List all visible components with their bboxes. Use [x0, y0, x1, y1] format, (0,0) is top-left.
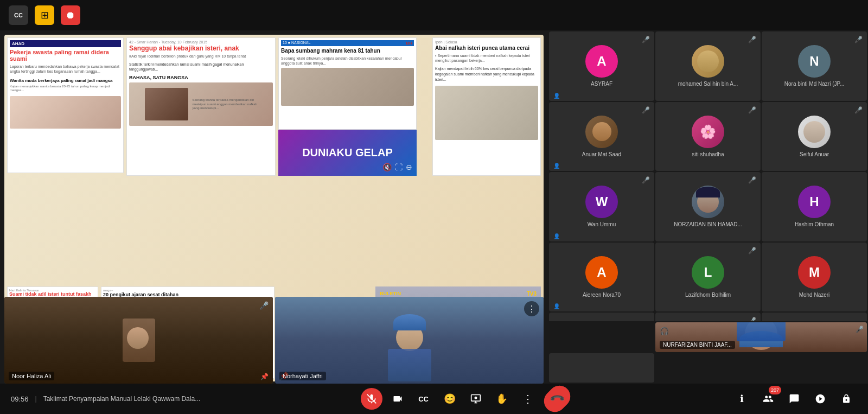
- seiful-avatar: [798, 116, 831, 148]
- lazifdhom-mic-icon: 🎤: [748, 247, 756, 254]
- nora-name: Nora binti Md Nazri (JP...: [782, 81, 846, 87]
- participant-tile-lazifdhom: L Lazifdhom Bolhilim 🎤: [655, 243, 761, 312]
- time-separator: |: [35, 395, 37, 403]
- more-button[interactable]: ⋮: [517, 388, 539, 410]
- nurfarizan-name: NURFARIZAN BINTI JAAF...: [660, 341, 735, 349]
- abai-title: Abai nafkah isteri punca utama cerai: [435, 45, 538, 52]
- anuar-avatar: [585, 116, 618, 148]
- people-button-wrap: 207: [757, 388, 779, 410]
- mohd-nazeri-avatar: M: [798, 256, 831, 289]
- slide-bapa-block: 10 ■ NASIONAL BH Bapa sumbang mahram ken…: [278, 37, 417, 130]
- participant-tile-mohd-nazeri: M Mohd Nazeri: [762, 243, 867, 312]
- norhayati-name: Norhayati Jaffri: [279, 372, 326, 380]
- participant-panel-bottom: 🎧 🎤 NURFARIZAN BINTI JAAF...: [548, 321, 868, 384]
- participant-tile-norzaidan: NORZAIDAN BIN HAMAD... 🎤: [655, 172, 761, 241]
- anuar-name: Anuar Mat Saad: [580, 151, 623, 157]
- siti-avatar: 🌸: [692, 116, 724, 148]
- main-area: AHAD Pekerja swasta paling ramai didera …: [0, 30, 548, 414]
- nora-mic-icon: 🎤: [854, 36, 863, 43]
- video-button[interactable]: [387, 388, 409, 410]
- aiereen-name: Aiereen Nora70: [580, 292, 623, 298]
- bapa-title: Bapa sumbang mahram kena 81 tahun: [281, 48, 414, 54]
- mic-mute-button[interactable]: [361, 388, 382, 410]
- aiereen-avatar: A: [585, 256, 618, 289]
- participant-tile-wan-ummu: W Wan Ummu 🎤 👤: [549, 172, 654, 241]
- noor-haliza-pin-icon: 📌: [260, 373, 269, 380]
- activities-button[interactable]: [809, 388, 831, 410]
- video-tile-norhayati: ⋮ 📌 Norhayati Jaffri: [275, 297, 544, 384]
- aiereen-person-icon: 👤: [553, 303, 560, 309]
- asyraf-mic-icon: 🎤: [642, 36, 650, 43]
- chat-button[interactable]: [783, 388, 805, 410]
- dunia-title: DUNIAKU GELAP: [302, 147, 393, 159]
- noor-haliza-mic-icon: 🎤: [259, 301, 269, 310]
- toolbar-left: 09:56 | Taklimat Penyampaian Manual Lela…: [11, 395, 200, 403]
- norzaidan-name: NORZAIDAN BIN HAMAD...: [672, 221, 744, 227]
- participant-tile-anuar: Anuar Mat Saad 🎤 👤: [549, 102, 654, 171]
- empty-tile: [549, 353, 654, 383]
- participant-tile-seiful: Seiful Anuar 🎤: [762, 102, 867, 171]
- participant-tile-salihin: mohamed Salihin bin A... 🎤: [655, 31, 761, 101]
- salihin-avatar: [692, 45, 724, 78]
- buletin-label: BULETIN: [380, 291, 401, 296]
- slide-abai-block: Ipoh | Selasa Abai nafkah isteri punca u…: [432, 37, 541, 176]
- salihin-mic-icon: 🎤: [748, 36, 756, 43]
- noor-haliza-name: Noor Haliza Ali: [9, 372, 54, 380]
- bapa-header: 10 ■ NASIONAL BH: [281, 40, 414, 46]
- siti-mic-icon: 🎤: [748, 106, 756, 114]
- end-call-button[interactable]: 📞: [539, 381, 575, 414]
- people-count-badge: 207: [769, 386, 781, 394]
- raise-hand-button[interactable]: ✋: [491, 388, 513, 410]
- buletin-logo: TV3: [527, 291, 537, 297]
- participant-tile-nurfarizan: 🎧 🎤 NURFARIZAN BINTI JAAF...: [655, 322, 867, 352]
- seiful-mic-icon: 🎤: [854, 106, 863, 114]
- present-button[interactable]: [465, 388, 487, 410]
- slide-ahad-block: AHAD Pekerja swasta paling ramai didera …: [7, 37, 124, 173]
- headline1: Pekerja swasta paling ramai didera suami: [10, 49, 121, 62]
- caption-icon[interactable]: CC: [9, 5, 28, 25]
- participant-tile-hashim: H Hashim Othman: [762, 172, 867, 241]
- toolbar-center: CC 😊 ✋ ⋮ 📞: [361, 388, 571, 410]
- layout-icon[interactable]: ⊞: [35, 5, 54, 25]
- participant-tile-asyraf: A ASYRAF 🎤 👤: [549, 31, 654, 101]
- participant-tile-siti: 🌸 siti shuhadha 🎤: [655, 102, 761, 171]
- hashim-avatar: H: [798, 186, 831, 218]
- headline2: Wanita muda berkerjaya paling ramai jadi…: [10, 78, 121, 83]
- nurfarizan-mic-icon: 🎤: [856, 326, 864, 333]
- video-tile-noor-haliza: 🎤 📌 Noor Haliza Ali: [4, 297, 273, 384]
- info-button[interactable]: ℹ: [731, 388, 753, 410]
- hashim-name: Hashim Othman: [793, 221, 836, 227]
- norzaidan-mic-icon: 🎤: [748, 176, 756, 184]
- participant-tile-nora: N Nora binti Md Nazri (JP... 🎤: [762, 31, 867, 101]
- lazifdhom-avatar: L: [692, 256, 724, 289]
- wan-ummu-mic-icon: 🎤: [642, 176, 650, 184]
- emoji-button[interactable]: 😊: [439, 388, 461, 410]
- wan-ummu-avatar: W: [585, 186, 618, 218]
- seiful-name: Seiful Anuar: [797, 151, 831, 157]
- svg-point-2: [474, 397, 477, 399]
- salihin-name: mohamed Salihin bin A...: [676, 81, 741, 87]
- norhayati-more-button[interactable]: ⋮: [524, 301, 539, 316]
- lazifdhom-name: Lazifdhom Bolhilim: [683, 292, 733, 298]
- wan-ummu-name: Wan Ummu: [585, 221, 618, 227]
- bottom-toolbar: 09:56 | Taklimat Penyampaian Manual Lela…: [0, 384, 868, 414]
- lock-button[interactable]: [835, 388, 857, 410]
- siti-name: siti shuhadha: [690, 151, 726, 157]
- asyraf-person-icon: 👤: [553, 93, 560, 99]
- sanggup-title: Sanggup abai kebajikan isteri, anak: [129, 45, 273, 52]
- toolbar-right: ℹ 207: [731, 388, 857, 410]
- anuar-person-icon: 👤: [553, 163, 560, 169]
- slide-dunia-block: DUNIAKU GELAP 🔇 ⛶ ⊖: [278, 130, 417, 176]
- participant-tile-aiereen: A Aiereen Nora70 👤: [549, 243, 654, 312]
- slide-sanggup-block: 42 - Sinar Harian - Tuesday, 10 February…: [126, 37, 276, 176]
- asyraf-avatar: A: [585, 45, 618, 78]
- ahad-title: AHAD: [10, 40, 121, 47]
- meeting-title: Taklimat Penyampaian Manual Lelaki Qawwa…: [43, 395, 200, 403]
- headphone-icon: 🎧: [660, 327, 669, 335]
- record-icon[interactable]: ⏺: [61, 5, 80, 25]
- nurfarizan-video: 🎧 🎤 NURFARIZAN BINTI JAAF...: [655, 322, 867, 352]
- top-bar: CC ⊞ ⏺: [0, 0, 868, 30]
- sanggup-sub: #Aid raya! Icelitian berbilion produk da…: [129, 54, 273, 59]
- captions-button[interactable]: CC: [413, 388, 435, 410]
- video-strip: 🎤 📌 Noor Haliza Ali ⋮ 📌 Norhayati Jaffri: [4, 297, 544, 384]
